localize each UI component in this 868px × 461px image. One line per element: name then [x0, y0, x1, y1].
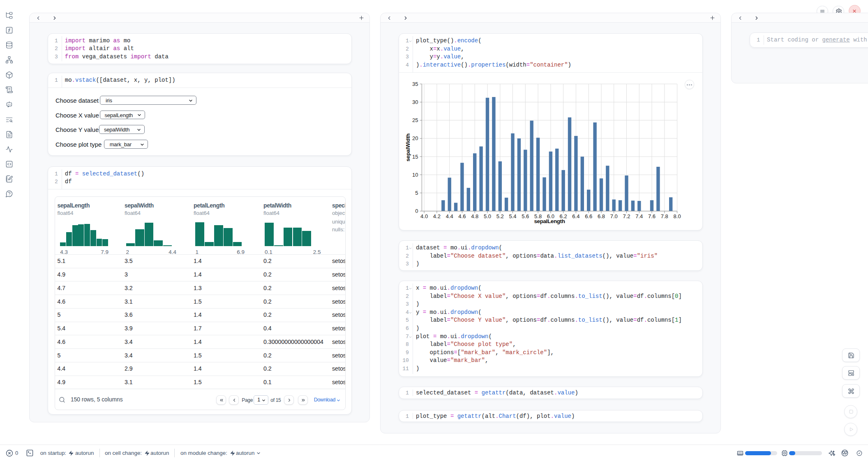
- svg-text:35: 35: [412, 81, 418, 87]
- svg-text:25: 25: [412, 117, 418, 123]
- svg-text:30: 30: [412, 99, 418, 105]
- svg-text:10: 10: [412, 171, 418, 177]
- svg-text:4.6: 4.6: [458, 213, 466, 219]
- svg-text:0: 0: [415, 208, 418, 214]
- svg-text:5: 5: [415, 190, 418, 196]
- svg-text:7.0: 7.0: [610, 213, 618, 219]
- svg-text:6.8: 6.8: [598, 213, 605, 219]
- svg-text:4.4: 4.4: [446, 213, 453, 219]
- svg-text:7.4: 7.4: [635, 213, 643, 219]
- svg-text:sepalWidth: sepalWidth: [405, 134, 411, 161]
- svg-text:8.0: 8.0: [673, 213, 681, 219]
- svg-text:5.0: 5.0: [484, 213, 491, 219]
- svg-text:5.2: 5.2: [496, 213, 504, 219]
- svg-text:4.2: 4.2: [433, 213, 441, 219]
- svg-text:20: 20: [412, 135, 418, 141]
- svg-text:7.8: 7.8: [661, 213, 668, 219]
- svg-text:4.0: 4.0: [420, 213, 428, 219]
- svg-text:5.6: 5.6: [522, 213, 529, 219]
- svg-text:6.6: 6.6: [585, 213, 592, 219]
- svg-text:15: 15: [412, 153, 418, 159]
- svg-text:6.4: 6.4: [572, 213, 579, 219]
- svg-text:4.8: 4.8: [471, 213, 478, 219]
- svg-text:7.2: 7.2: [623, 213, 630, 219]
- svg-text:5.4: 5.4: [509, 213, 516, 219]
- svg-text:sepalLength: sepalLength: [534, 218, 565, 224]
- svg-text:7.6: 7.6: [648, 213, 656, 219]
